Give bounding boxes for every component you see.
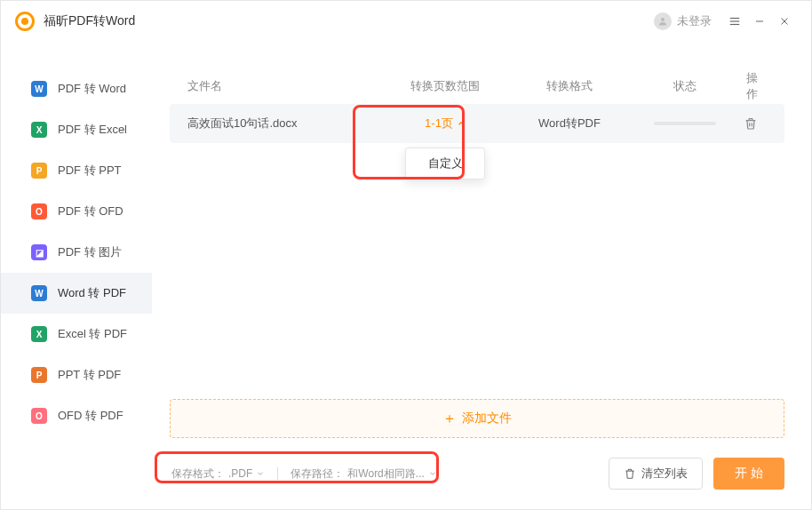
app-title: 福昕PDF转Word — [44, 13, 135, 29]
sidebar-icon: P — [31, 367, 47, 383]
sidebar-icon: W — [31, 81, 47, 97]
sidebar-icon: P — [31, 163, 47, 179]
delete-row-button[interactable] — [744, 116, 758, 131]
cell-filename: 高效面试10句话.docx — [187, 116, 383, 131]
sidebar-item-label: OFD 转 PDF — [58, 408, 123, 424]
save-path-label: 保存路径： — [291, 466, 344, 482]
svg-point-0 — [661, 18, 665, 21]
sidebar-item-1[interactable]: XPDF 转 Excel — [1, 109, 152, 150]
save-format-select[interactable]: 保存格式： .PDF — [170, 463, 267, 485]
login-text: 未登录 — [677, 13, 712, 29]
sidebar-icon: W — [31, 285, 47, 301]
save-format-value: .PDF — [228, 467, 252, 480]
sidebar-item-label: PDF 转 PPT — [58, 163, 122, 179]
add-file-label: 添加文件 — [462, 410, 512, 426]
clear-list-button[interactable]: 清空列表 — [609, 458, 703, 490]
sidebar-item-label: PDF 转 Word — [58, 81, 126, 97]
page-range-dropdown-button[interactable]: 1-1页 — [425, 116, 466, 131]
sidebar-icon: O — [31, 203, 47, 219]
divider — [277, 467, 278, 480]
table-row: 高效面试10句话.docx 1-1页 自定义 Word转PDF — [170, 104, 784, 143]
sidebar-icon: O — [31, 408, 47, 424]
sidebar-item-label: Word 转 PDF — [58, 285, 126, 301]
menu-button[interactable] — [722, 9, 747, 34]
sidebar-item-4[interactable]: ◪PDF 转 图片 — [1, 232, 152, 273]
login-button[interactable]: 未登录 — [654, 12, 712, 30]
sidebar: WPDF 转 WordXPDF 转 ExcelPPDF 转 PPTOPDF 转 … — [1, 42, 152, 509]
titlebar: 福昕PDF转Word 未登录 — [1, 1, 811, 42]
save-path-select[interactable]: 保存路径： 和Word相同路... — [289, 463, 438, 485]
sidebar-item-label: PDF 转 图片 — [58, 244, 122, 260]
chevron-up-icon — [457, 119, 466, 128]
sidebar-item-0[interactable]: WPDF 转 Word — [1, 68, 152, 109]
table-header: 文件名 转换页数范围 转换格式 状态 操作 — [170, 68, 784, 104]
cell-status — [632, 122, 738, 125]
page-range-dropdown: 自定义 — [405, 147, 485, 179]
app-logo-icon — [15, 12, 35, 31]
sidebar-item-6[interactable]: XExcel 转 PDF — [1, 314, 152, 355]
close-button[interactable] — [772, 9, 797, 34]
sidebar-item-label: PDF 转 OFD — [58, 203, 123, 219]
chevron-down-icon — [256, 469, 265, 478]
header-operation: 操作 — [738, 70, 767, 102]
header-format: 转换格式 — [507, 78, 632, 94]
footer: 保存格式： .PDF 保存路径： 和Word相同路... 清空列表 开始 — [170, 456, 784, 491]
sidebar-item-2[interactable]: PPDF 转 PPT — [1, 150, 152, 191]
add-file-button[interactable]: ＋ 添加文件 — [170, 399, 784, 438]
header-filename: 文件名 — [187, 78, 383, 94]
sidebar-item-label: PDF 转 Excel — [58, 122, 127, 138]
sidebar-item-label: PPT 转 PDF — [58, 367, 121, 383]
sidebar-item-3[interactable]: OPDF 转 OFD — [1, 191, 152, 232]
sidebar-icon: ◪ — [31, 244, 47, 260]
trash-icon — [624, 467, 636, 480]
start-button[interactable]: 开始 — [713, 458, 784, 490]
cell-format: Word转PDF — [507, 116, 632, 131]
plus-icon: ＋ — [442, 410, 457, 428]
chevron-down-icon — [428, 469, 437, 478]
progress-bar — [654, 122, 716, 125]
clear-list-label: 清空列表 — [641, 466, 688, 482]
sidebar-item-7[interactable]: PPPT 转 PDF — [1, 355, 152, 395]
save-format-label: 保存格式： — [171, 466, 225, 482]
header-page-range: 转换页数范围 — [383, 78, 507, 94]
sidebar-item-5[interactable]: WWord 转 PDF — [1, 273, 152, 314]
sidebar-icon: X — [31, 122, 47, 138]
sidebar-item-label: Excel 转 PDF — [58, 326, 127, 342]
dropdown-item-custom[interactable]: 自定义 — [406, 148, 484, 179]
page-range-value: 1-1页 — [425, 116, 453, 131]
header-status: 状态 — [632, 78, 738, 94]
sidebar-icon: X — [31, 326, 47, 342]
minimize-button[interactable] — [747, 9, 772, 34]
avatar-icon — [654, 12, 672, 30]
save-path-value: 和Word相同路... — [347, 466, 424, 482]
trash-icon — [744, 116, 758, 131]
sidebar-item-8[interactable]: OOFD 转 PDF — [1, 395, 152, 436]
content-area: 文件名 转换页数范围 转换格式 状态 操作 高效面试10句话.docx 1-1页… — [152, 42, 811, 509]
